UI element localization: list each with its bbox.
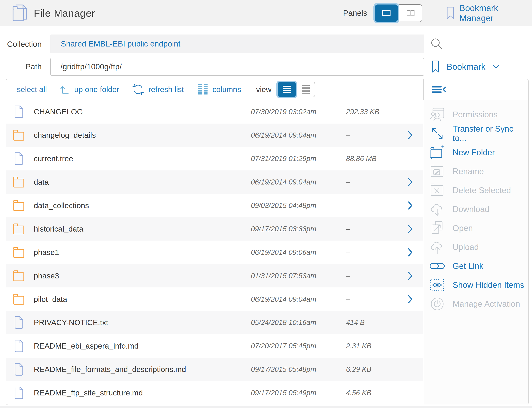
columns-button[interactable]: columns — [198, 84, 241, 95]
open-folder-chevron[interactable] — [408, 272, 413, 280]
sidebar-item-permissions: Permissions — [423, 105, 528, 124]
open-folder-chevron[interactable] — [408, 225, 413, 233]
file-name[interactable]: changelog_details — [34, 131, 96, 140]
bookmark-manager-link[interactable]: Bookmark Manager — [446, 0, 532, 26]
power-icon — [429, 297, 445, 311]
file-name[interactable]: phase1 — [34, 248, 59, 257]
download-icon — [429, 202, 445, 217]
file-name[interactable]: README_ftp_site_structure.md — [34, 389, 143, 397]
file-name[interactable]: pilot_data — [34, 295, 67, 304]
select-all-button[interactable]: select all — [17, 85, 47, 94]
open-folder-chevron[interactable] — [408, 201, 413, 210]
open-folder-chevron[interactable] — [408, 131, 413, 139]
file-modified: 06/19/2014 09:04am — [251, 131, 316, 139]
file-row[interactable]: data 06/19/2014 09:04am – — [6, 170, 423, 194]
file-size: – — [346, 248, 350, 256]
sidebar-item-delete-selected: Delete Selected — [423, 181, 528, 200]
file-modified: 01/31/2015 07:53am — [251, 272, 316, 280]
refresh-list-button[interactable]: refresh list — [132, 83, 184, 96]
sidebar-item-upload: Upload — [423, 238, 528, 256]
collapse-menu-icon[interactable] — [432, 86, 447, 93]
file-browser-panel: select all up one folder — [6, 79, 529, 405]
permissions-icon — [429, 107, 445, 122]
sidebar-item-show-hidden[interactable]: Show Hidden Items — [423, 275, 528, 294]
open-folder-chevron[interactable] — [408, 178, 413, 186]
up-one-folder-button[interactable]: up one folder — [59, 84, 119, 95]
search-icon[interactable] — [430, 37, 443, 51]
toolbar: select all up one folder — [6, 79, 528, 100]
sidebar-item-get-link[interactable]: Get Link — [423, 256, 528, 275]
open-folder-chevron[interactable] — [408, 295, 413, 303]
file-size: 4.56 KB — [346, 389, 371, 397]
open-icon — [429, 221, 445, 236]
file-name[interactable]: current.tree — [34, 154, 73, 163]
link-icon — [429, 261, 445, 271]
collection-value: Shared EMBL-EBI public endpoint — [61, 39, 180, 48]
file-modified: 09/03/2015 04:48pm — [251, 202, 316, 210]
up-arrow-icon — [59, 84, 70, 95]
delete-icon — [429, 183, 445, 197]
file-size: 88.86 MB — [346, 155, 377, 163]
page-title: File Manager — [34, 0, 95, 26]
file-row[interactable]: phase3 01/31/2015 07:53am – — [6, 264, 423, 288]
file-size: – — [346, 202, 350, 210]
file-row[interactable]: CHANGELOG 07/30/2019 03:02am 292.33 KB — [6, 100, 423, 124]
sidebar-item-download: Download — [423, 200, 528, 219]
folder-icon — [13, 223, 24, 235]
file-name[interactable]: CHANGELOG — [34, 107, 83, 116]
new-folder-icon — [429, 145, 445, 160]
file-list: CHANGELOG 07/30/2019 03:02am 292.33 KB c… — [6, 100, 423, 405]
view-toggle — [276, 81, 315, 98]
file-size: – — [346, 178, 350, 186]
file-icon — [13, 152, 24, 165]
file-name[interactable]: phase3 — [34, 271, 59, 280]
file-row[interactable]: data_collections 09/03/2015 04:48pm – — [6, 194, 423, 217]
file-modified: 09/17/2015 05:48pm — [251, 366, 316, 374]
file-size: 2.31 KB — [346, 342, 371, 350]
panels-single-button[interactable] — [374, 3, 399, 23]
file-manager-icon — [12, 3, 29, 23]
path-input[interactable]: /gridftp/1000g/ftp/ — [50, 58, 424, 76]
file-row[interactable]: historical_data 09/17/2015 03:33pm – — [6, 217, 423, 241]
file-modified: 09/17/2015 05:49pm — [251, 389, 316, 397]
file-row[interactable]: phase1 06/19/2014 09:06am – — [6, 241, 423, 264]
file-row[interactable]: README_ftp_site_structure.md 09/17/2015 … — [6, 381, 423, 405]
panels-dual-button[interactable] — [399, 4, 422, 22]
file-name[interactable]: PRIVACY-NOTICE.txt — [34, 318, 108, 327]
file-modified: 07/31/2019 01:29pm — [251, 155, 316, 163]
folder-icon — [13, 129, 24, 141]
chevron-down-icon — [493, 65, 500, 69]
file-name[interactable]: data — [34, 178, 49, 187]
app-header: File Manager Panels Bookmark Manager — [0, 0, 532, 26]
view-label: view — [256, 85, 271, 94]
collection-input[interactable]: Shared EMBL-EBI public endpoint — [50, 34, 424, 53]
open-folder-chevron[interactable] — [408, 248, 413, 256]
file-row[interactable]: README_ebi_aspera_info.md 07/20/2017 05:… — [6, 334, 423, 358]
file-row[interactable]: README_file_formats_and_descriptions.md … — [6, 358, 423, 381]
bookmark-dropdown[interactable]: Bookmark — [432, 58, 500, 76]
file-row[interactable]: current.tree 07/31/2019 01:29pm 88.86 MB — [6, 147, 423, 170]
file-modified: 06/19/2014 09:04am — [251, 178, 316, 186]
file-name[interactable]: README_ebi_aspera_info.md — [34, 342, 139, 350]
sidebar-item-transfer-or-sync[interactable]: Transfer or Sync to... — [423, 124, 528, 143]
file-modified: 05/24/2018 10:16am — [251, 319, 316, 327]
file-name[interactable]: historical_data — [34, 224, 83, 233]
file-row[interactable]: PRIVACY-NOTICE.txt 05/24/2018 10:16am 41… — [6, 311, 423, 334]
file-size: – — [346, 225, 350, 233]
panels-label: Panels — [343, 9, 367, 18]
file-row[interactable]: pilot_data 06/19/2014 09:04am – — [6, 288, 423, 311]
file-name[interactable]: data_collections — [34, 201, 89, 210]
view-list-button[interactable] — [276, 81, 297, 98]
rename-icon — [429, 164, 445, 178]
sidebar-item-manage-activation: Manage Activation — [423, 294, 528, 313]
collection-label: Collection — [0, 40, 42, 49]
file-icon — [13, 316, 24, 329]
view-condensed-button[interactable] — [297, 82, 315, 97]
panels-toggle — [374, 3, 422, 23]
refresh-icon — [132, 83, 144, 96]
sidebar-item-new-folder[interactable]: New Folder — [423, 143, 528, 162]
upload-icon — [429, 239, 445, 255]
file-name[interactable]: README_file_formats_and_descriptions.md — [34, 365, 186, 374]
file-icon — [13, 340, 24, 352]
file-row[interactable]: changelog_details 06/19/2014 09:04am – — [6, 124, 423, 147]
